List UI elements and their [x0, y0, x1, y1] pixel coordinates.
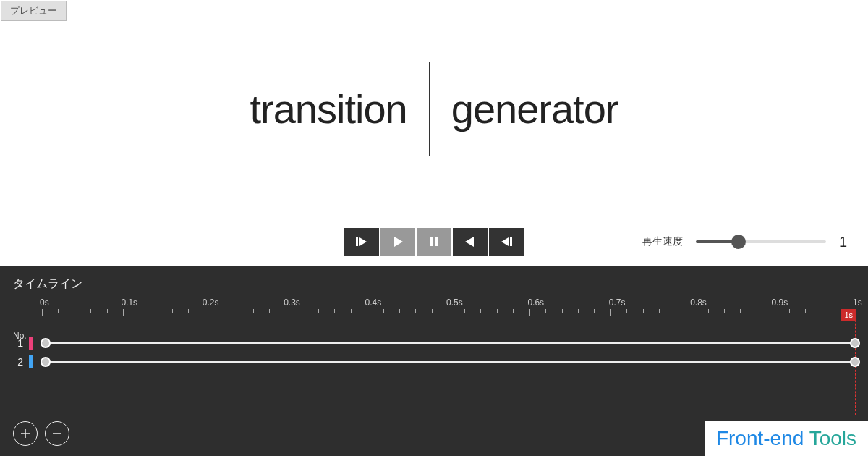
ruler-label: 0.3s [284, 297, 300, 308]
ruler-label: 0.6s [527, 297, 544, 308]
app-title: transition generator [250, 62, 618, 156]
svg-rect-0 [356, 237, 358, 246]
tracks-list: 1 2 [13, 334, 855, 371]
svg-marker-1 [359, 237, 367, 246]
track-bar[interactable] [46, 357, 855, 367]
speed-slider[interactable] [696, 240, 826, 243]
svg-marker-2 [394, 237, 403, 247]
ruler-label: 0.4s [365, 297, 382, 308]
title-divider [429, 62, 430, 156]
play-button[interactable] [380, 228, 415, 256]
remove-track-button[interactable] [45, 421, 69, 446]
track-handle-start[interactable] [41, 338, 51, 348]
ruler-label: 1s [853, 297, 862, 308]
play-controls [344, 228, 524, 256]
track-bar[interactable] [46, 338, 855, 348]
brand-part1: Front-end [716, 427, 804, 449]
svg-marker-6 [501, 237, 509, 246]
speed-slider-thumb[interactable] [731, 235, 746, 249]
add-track-button[interactable] [13, 421, 38, 446]
preview-area: transition generator [1, 1, 867, 216]
svg-rect-7 [510, 237, 512, 246]
ruler-label: 0.1s [121, 297, 137, 308]
ruler-label: 0.9s [772, 297, 788, 308]
track-number-header: No. [13, 331, 27, 341]
track-row: 2 [13, 352, 855, 371]
title-word-2: generator [451, 85, 618, 132]
svg-marker-5 [465, 237, 474, 247]
speed-value: 1 [839, 234, 854, 250]
speed-control: 再生速度 1 [642, 234, 854, 250]
brand-part2: Tools [809, 427, 856, 449]
controls-bar: 再生速度 1 [0, 217, 868, 266]
track-row: 1 [13, 334, 855, 352]
track-number: 2 [13, 356, 23, 368]
ruler-label: 0.2s [203, 297, 219, 308]
track-handle-end[interactable] [850, 357, 860, 367]
timeline-ruler[interactable]: 0s0.1s0.2s0.3s0.4s0.5s0.6s0.7s0.8s0.9s1s [42, 299, 855, 322]
track-add-remove [13, 421, 69, 446]
ruler-label: 0.5s [446, 297, 463, 308]
ruler-label: 0.7s [609, 297, 626, 308]
reverse-button[interactable] [453, 228, 488, 256]
svg-rect-3 [430, 237, 433, 246]
track-handle-start[interactable] [41, 357, 51, 367]
step-backward-button[interactable] [489, 228, 524, 256]
brand-logo: Front-end Tools [705, 421, 868, 456]
ruler-label: 0.8s [690, 297, 707, 308]
preview-tab[interactable]: プレビュー [1, 1, 67, 21]
track-color-strip [29, 355, 33, 368]
track-color-strip [29, 337, 33, 350]
speed-label: 再生速度 [642, 235, 683, 248]
timeline-panel: タイムライン 0s0.1s0.2s0.3s0.4s0.5s0.6s0.7s0.8… [0, 266, 868, 456]
ruler-label: 0s [40, 297, 49, 308]
title-word-1: transition [250, 85, 407, 132]
pause-button[interactable] [417, 228, 451, 256]
timeline-title: タイムライン [0, 276, 868, 299]
step-forward-button[interactable] [344, 228, 379, 256]
svg-rect-4 [435, 237, 438, 246]
track-handle-end[interactable] [850, 338, 860, 348]
